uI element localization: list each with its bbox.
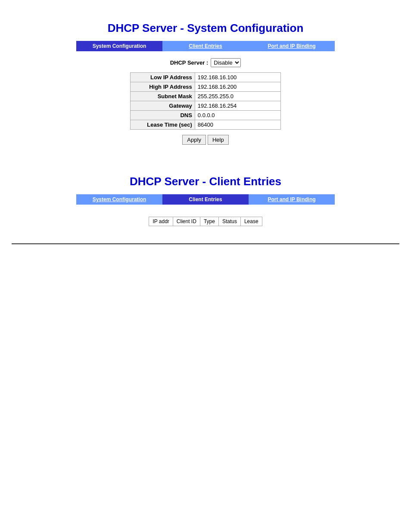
field-value-dns: [195, 111, 280, 120]
section2-title: DHCP Server - Client Entries: [130, 175, 281, 188]
button-row-1: Apply Help: [182, 135, 228, 145]
form-container-1: DHCP Server : Disable Enable Low IP Addr…: [130, 58, 281, 145]
help-button[interactable]: Help: [208, 135, 229, 145]
field-value-subnet: [195, 92, 280, 101]
tab-port-ip-binding-1[interactable]: Port and IP Binding: [249, 41, 335, 51]
table-row: High IP Address: [131, 82, 281, 92]
dhcp-server-select[interactable]: Disable Enable: [211, 58, 241, 67]
table-row: Low IP Address: [131, 73, 281, 82]
subnet-mask-input[interactable]: [198, 93, 278, 100]
form-container-2: IP addr Client ID Type Status Lease: [149, 212, 262, 226]
table-row: Subnet Mask: [131, 92, 281, 101]
tab-client-entries-2[interactable]: Client Entries: [162, 194, 249, 205]
table-row: Lease Time (sec): [131, 120, 281, 130]
dhcp-server-row: DHCP Server : Disable Enable: [170, 58, 241, 67]
table-row: DNS: [131, 111, 281, 120]
section-client-entries: DHCP Server - Client Entries System Conf…: [0, 162, 411, 226]
bottom-divider: [12, 243, 399, 244]
section1-title: DHCP Server - System Configuration: [108, 22, 304, 35]
high-ip-input[interactable]: [198, 84, 278, 90]
field-value-lease: [195, 120, 280, 130]
tab-client-entries-1[interactable]: Client Entries: [162, 41, 249, 51]
col-client-id: Client ID: [173, 217, 200, 226]
apply-button[interactable]: Apply: [182, 135, 206, 145]
tab-system-configuration-1[interactable]: System Configuration: [76, 41, 162, 51]
col-ip-addr: IP addr: [149, 217, 173, 226]
tab-system-configuration-2[interactable]: System Configuration: [76, 194, 162, 205]
table-header-row: IP addr Client ID Type Status Lease: [149, 217, 262, 226]
field-value-low-ip: [195, 73, 280, 82]
lease-time-input[interactable]: [198, 121, 278, 128]
gateway-input[interactable]: [198, 103, 278, 109]
dhcp-server-label: DHCP Server :: [170, 59, 209, 66]
client-entries-table: IP addr Client ID Type Status Lease: [149, 217, 262, 226]
low-ip-input[interactable]: [198, 74, 278, 81]
client-table-header: IP addr Client ID Type Status Lease: [149, 217, 262, 226]
col-type: Type: [200, 217, 218, 226]
field-value-gateway: [195, 101, 280, 111]
field-label-lease: Lease Time (sec): [131, 120, 195, 130]
tab-port-ip-binding-2[interactable]: Port and IP Binding: [249, 194, 335, 205]
dns-input[interactable]: [198, 112, 278, 118]
field-label-low-ip: Low IP Address: [131, 73, 195, 82]
field-label-dns: DNS: [131, 111, 195, 120]
field-label-subnet: Subnet Mask: [131, 92, 195, 101]
page-wrapper: DHCP Server - System Configuration Syste…: [0, 0, 411, 253]
section-system-config: DHCP Server - System Configuration Syste…: [0, 9, 411, 145]
table-row: Gateway: [131, 101, 281, 111]
field-label-gateway: Gateway: [131, 101, 195, 111]
col-status: Status: [218, 217, 240, 226]
tab-bar-1: System Configuration Client Entries Port…: [76, 41, 335, 51]
tab-bar-2: System Configuration Client Entries Port…: [76, 194, 335, 205]
field-label-high-ip: High IP Address: [131, 82, 195, 92]
field-value-high-ip: [195, 82, 280, 92]
col-lease: Lease: [240, 217, 262, 226]
config-table: Low IP Address High IP Address Subnet Ma…: [130, 72, 281, 130]
